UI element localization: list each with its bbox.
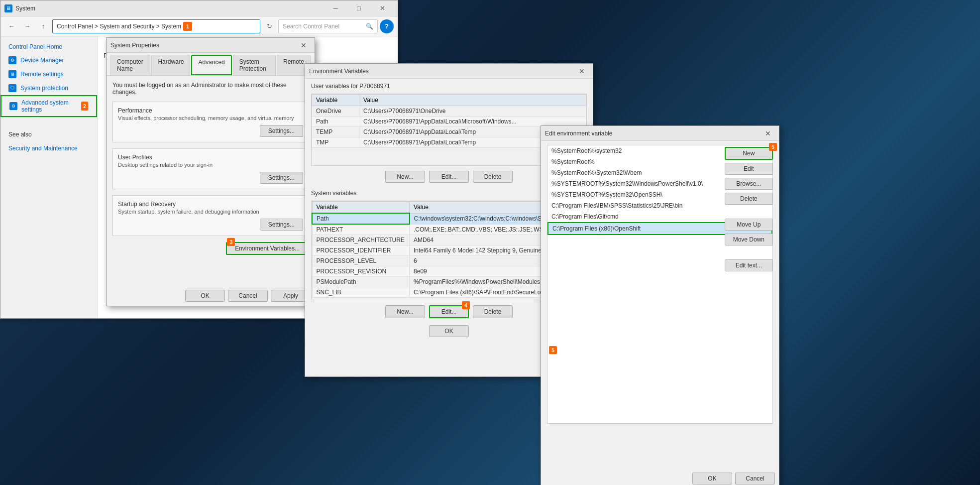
user-val-onedrive: C:\Users\P70068971\OneDrive [359,106,586,117]
tab-system-protection[interactable]: System Protection [233,55,276,75]
tab-hardware[interactable]: Hardware [151,55,190,75]
step-4-badge: 4 [462,301,470,309]
edit-env-move-up-btn[interactable]: Move Up [725,219,773,231]
remote-settings-icon: 🖥 [8,70,16,78]
sidebar-item-home[interactable]: Control Panel Home [0,40,97,53]
startup-header: Startup and Recovery [118,201,303,208]
advanced-settings-label: Advanced system settings [21,99,75,113]
sys-var-snc: SNC_LIB [312,287,410,298]
user-var-row-onedrive[interactable]: OneDrive C:\Users\P70068971\OneDrive [312,106,586,117]
edit-env-move-down-btn[interactable]: Move Down [725,234,773,245]
edit-env-ok-btn[interactable]: OK [692,473,732,485]
sys-var-proc-id: PROCESSOR_IDENTIFIER [312,245,410,256]
user-var-temp: TEMP [312,127,359,137]
device-manager-label: Device Manager [20,57,64,64]
sys-props-ok-btn[interactable]: OK [185,290,225,302]
step-1-badge: 1 [183,22,192,31]
sys-props-footer: OK Cancel Apply [185,290,311,302]
user-var-tmp: TMP [312,137,359,148]
search-placeholder: Search Control Panel [283,23,339,30]
up-button[interactable]: ↑ [36,19,50,33]
edit-env-cancel-btn[interactable]: Cancel [735,473,775,485]
performance-header: Performance [118,107,303,114]
system-protection-label: System protection [20,85,68,92]
sys-vars-edit-btn[interactable]: Edit... 4 [429,305,469,318]
user-val-col-header: Value [359,95,586,106]
edit-env-title: Edit environment variable [545,130,761,137]
sys-props-close[interactable]: ✕ [297,38,311,52]
maximize-button[interactable]: □ [347,0,370,16]
sys-vars-new-btn[interactable]: New... [385,305,425,318]
refresh-button[interactable]: ↻ [262,19,276,33]
help-button[interactable]: ? [380,19,394,33]
step-2-badge: 2 [81,102,88,111]
window-titlebar: 🖥 System ─ □ ✕ [0,0,398,16]
sys-var-pathext: PATHEXT [312,224,410,235]
tab-advanced[interactable]: Advanced [191,55,231,75]
env-vars-btn[interactable]: Environment Variables... 3 [226,242,309,255]
step-5-badge: 5 [769,143,777,151]
edit-env-dialog: Edit environment variable ✕ %SystemRoot%… [541,125,779,485]
system-props-dialog: System Properties ✕ Computer Name Hardwa… [106,37,315,306]
edit-env-delete-btn[interactable]: Delete [725,193,773,205]
sidebar-item-remote-settings[interactable]: 🖥 Remote settings [0,67,97,81]
advanced-settings-icon: ⚙ [9,102,17,110]
search-box[interactable]: Search Control Panel 🔍 [278,19,378,33]
sidebar-item-security[interactable]: Security and Maintenance [0,142,97,155]
sys-props-cancel-btn[interactable]: Cancel [228,290,268,302]
edit-env-browse-btn[interactable]: Browse... [725,178,773,190]
sidebar-item-device-manager[interactable]: ⚙ Device Manager [0,53,97,67]
sys-var-path: Path [312,213,410,224]
tab-computer-name[interactable]: Computer Name [110,55,150,75]
sys-props-titlebar: System Properties ✕ [107,38,315,53]
performance-settings-btn[interactable]: Settings... [260,125,303,137]
sys-var-proc-rev: PROCESSOR_REVISION [312,266,410,277]
sys-props-title: System Properties [110,42,297,49]
admin-note: You must be logged on as an Administrato… [112,82,309,96]
edit-env-new-btn[interactable]: New 5 [725,147,773,160]
see-also-label: See also [0,127,97,142]
sys-props-tabs: Computer Name Hardware Advanced System P… [107,53,315,76]
user-vars-delete-btn[interactable]: Delete [473,171,513,183]
sys-var-psmodule: PSModulePath [312,277,410,287]
breadcrumb: Control Panel > System and Security > Sy… [52,19,260,33]
minimize-button[interactable]: ─ [324,0,347,16]
user-var-path: Path [312,117,359,127]
user-var-col-header: Variable [312,95,359,106]
step-3-badge: 3 [227,238,235,246]
env-vars-ok-btn[interactable]: OK [429,325,469,337]
startup-section: Startup and Recovery System startup, sys… [112,195,309,236]
startup-settings-btn[interactable]: Settings... [260,219,303,231]
sys-vars-delete-btn[interactable]: Delete [473,305,513,318]
env-vars-titlebar: Environment Variables ✕ [305,64,593,79]
window-title: System [15,5,324,12]
cp-sidebar: Control Panel Home ⚙ Device Manager 🖥 Re… [0,36,98,318]
security-label: Security and Maintenance [8,145,78,152]
user-vars-edit-btn[interactable]: Edit... [429,171,469,183]
forward-button[interactable]: → [20,19,34,33]
address-bar: ← → ↑ Control Panel > System and Securit… [0,16,398,36]
user-profiles-settings-btn[interactable]: Settings... [260,172,303,184]
edit-env-close[interactable]: ✕ [761,126,775,140]
user-vars-title: User variables for P70068971 [305,79,593,92]
edit-env-edit-btn[interactable]: Edit [725,163,773,175]
user-var-onedrive: OneDrive [312,106,359,117]
sidebar-item-system-protection[interactable]: 🛡 System protection [0,81,97,95]
remote-settings-label: Remote settings [20,71,64,78]
breadcrumb-text: Control Panel > System and Security > Sy… [57,23,181,30]
edit-env-edit-text-btn[interactable]: Edit text... [725,259,773,271]
close-button[interactable]: ✕ [371,0,394,16]
user-vars-new-btn[interactable]: New... [385,171,425,183]
edit-env-button-col: New 5 Edit Browse... Delete Move Up Move… [725,147,773,271]
back-button[interactable]: ← [4,19,18,33]
performance-section: Performance Visual effects, processor sc… [112,102,309,142]
performance-desc: Visual effects, processor scheduling, me… [118,115,303,121]
sidebar-item-advanced-settings[interactable]: ⚙ Advanced system settings 2 [0,95,97,117]
titlebar-controls: ─ □ ✕ [324,0,394,16]
sys-var-proc-arch: PROCESSOR_ARCHITECTURE [312,235,410,245]
env-vars-close[interactable]: ✕ [575,64,589,78]
startup-desc: System startup, system failure, and debu… [118,209,303,215]
user-profiles-desc: Desktop settings related to your sign-in [118,162,303,168]
user-profiles-header: User Profiles [118,154,303,161]
sys-var-proc-level: PROCESSOR_LEVEL [312,256,410,266]
